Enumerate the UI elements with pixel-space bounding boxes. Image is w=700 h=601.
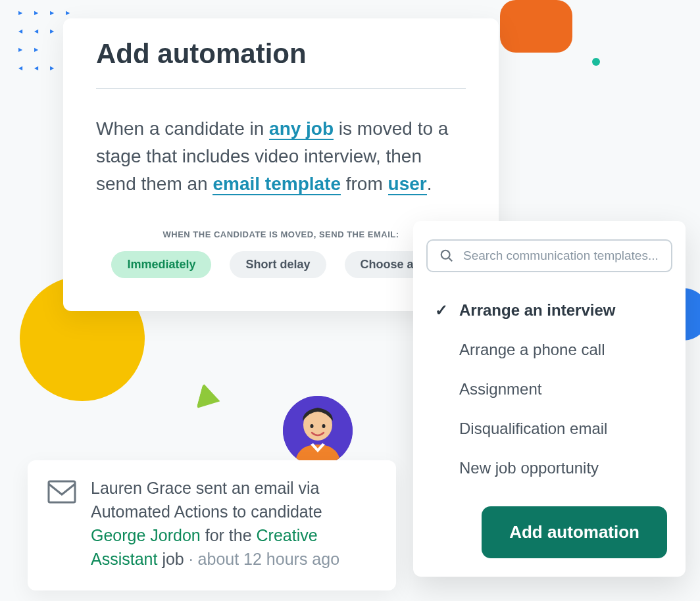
template-item-disqualification[interactable]: Disqualification email — [426, 409, 672, 448]
activity-part: Lauren Grace sent an email via Automated… — [91, 479, 322, 521]
activity-separator: · — [184, 550, 198, 568]
template-item-arrange-phone[interactable]: Arrange a phone call — [426, 330, 672, 370]
sentence-part: When a candidate in — [96, 118, 269, 139]
timing-pills: Immediately Short delay Choose a tim — [96, 251, 466, 278]
search-box[interactable] — [426, 239, 672, 272]
automation-title: Add automation — [96, 38, 466, 89]
add-automation-button[interactable]: Add automation — [482, 506, 667, 558]
template-item-new-job[interactable]: New job opportunity — [426, 448, 672, 488]
deco-green-triangle — [196, 383, 223, 414]
mail-icon — [47, 480, 76, 504]
template-item-label: Arrange an interview — [459, 301, 615, 320]
token-user[interactable]: user — [388, 174, 427, 195]
svg-rect-6 — [49, 481, 75, 502]
template-item-label: Arrange a phone call — [459, 341, 605, 359]
template-item-label: Disqualification email — [459, 420, 607, 438]
deco-orange-shape — [500, 0, 572, 53]
activity-part: job — [157, 550, 184, 568]
activity-part: for the — [201, 526, 257, 544]
template-dropdown: ✓ Arrange an interview Arrange a phone c… — [413, 221, 686, 577]
sentence-part: from — [341, 174, 388, 194]
activity-candidate-link[interactable]: George Jordon — [91, 526, 201, 544]
activity-card: Lauren Grace sent an email via Automated… — [28, 460, 396, 590]
svg-line-1 — [449, 258, 452, 261]
token-email-template[interactable]: email template — [213, 174, 341, 195]
activity-time: about 12 hours ago — [198, 550, 339, 568]
pill-immediately[interactable]: Immediately — [111, 251, 211, 278]
template-item-arrange-interview[interactable]: ✓ Arrange an interview — [426, 291, 672, 330]
token-any-job[interactable]: any job — [269, 118, 334, 140]
check-icon: ✓ — [434, 301, 449, 320]
timing-label: WHEN THE CANDIDATE IS MOVED, SEND THE EM… — [96, 229, 466, 239]
avatar — [283, 396, 353, 466]
svg-point-5 — [322, 424, 326, 428]
avatar-illustration — [283, 396, 353, 466]
svg-point-4 — [311, 424, 314, 428]
activity-text: Lauren Grace sent an email via Automated… — [91, 476, 376, 571]
svg-point-0 — [441, 251, 450, 259]
automation-sentence: When a candidate in any job is moved to … — [96, 115, 466, 198]
template-item-label: Assignment — [459, 380, 541, 398]
deco-teal-dot — [592, 58, 600, 66]
search-icon — [439, 249, 454, 263]
sentence-part: . — [427, 174, 432, 194]
search-input[interactable] — [463, 249, 659, 263]
template-item-label: New job opportunity — [459, 459, 599, 477]
template-item-assignment[interactable]: Assignment — [426, 370, 672, 409]
pill-short-delay[interactable]: Short delay — [230, 251, 326, 278]
